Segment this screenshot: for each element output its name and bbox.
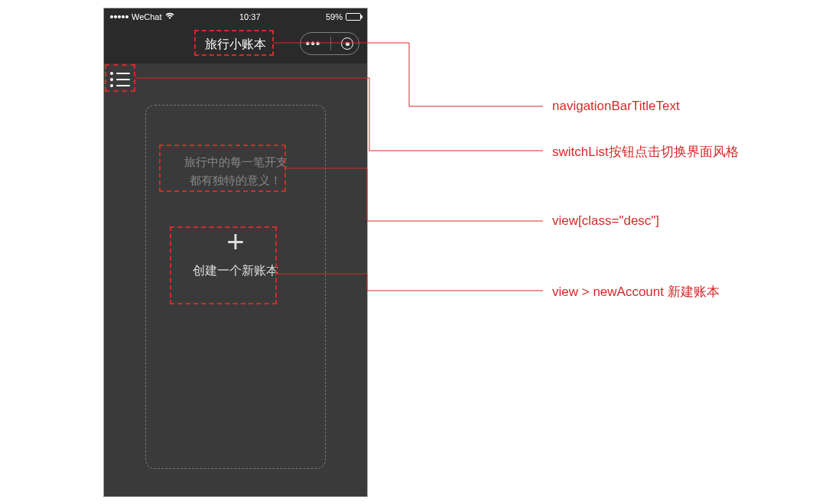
annotation-label-title: navigationBarTitleText xyxy=(552,99,680,114)
battery-pct-label: 59% xyxy=(326,12,343,21)
status-bar: WeChat 10:37 59% xyxy=(104,8,367,25)
annotation-box-switchlist xyxy=(105,64,135,92)
carrier-label: WeChat xyxy=(132,12,162,21)
menu-icon[interactable]: ••• xyxy=(306,37,321,50)
capsule-button[interactable]: ••• xyxy=(300,32,359,55)
annotation-label-newaccount: view > newAccount 新建账本 xyxy=(552,283,720,301)
annotation-box-desc xyxy=(159,145,286,192)
annotation-label-switchlist: switchList按钮点击切换界面风格 xyxy=(552,143,739,161)
close-icon[interactable] xyxy=(341,37,353,50)
annotation-box-title xyxy=(194,30,274,56)
wifi-icon xyxy=(165,12,174,21)
annotation-box-newaccount xyxy=(170,226,277,304)
clock-label: 10:37 xyxy=(174,12,326,21)
signal-icon xyxy=(110,15,128,18)
annotation-label-desc: view[class="desc"] xyxy=(552,213,659,229)
battery-icon xyxy=(346,13,361,21)
